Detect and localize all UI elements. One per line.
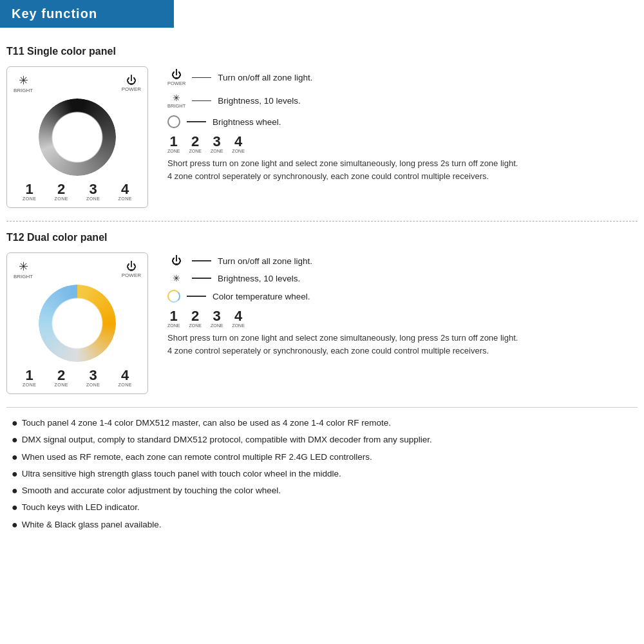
bullet-list: ● Touch panel 4 zone 1-4 color DMX512 ma…	[12, 417, 632, 531]
bullet-text-3: When used as RF remote, each zone can re…	[22, 451, 372, 464]
t12-feat-wheel-icon	[167, 290, 180, 303]
t12-device-box: ✳ BRIGHT ⏻ POWER 1 ZONE 2 ZONE	[6, 252, 148, 394]
t11-bright-text: Brightness, 10 levels.	[218, 96, 300, 106]
t11-bright-icon-col: ✳ BRIGHT	[14, 73, 33, 93]
t11-feature-wheel: Brightness wheel.	[167, 115, 638, 128]
t11-zone-2[interactable]: 2 ZONE	[55, 182, 68, 201]
t11-zone-4[interactable]: 4 ZONE	[118, 182, 132, 201]
t12-feat-bright-icon: ✳	[167, 273, 185, 283]
bullet-dot-7: ●	[12, 518, 18, 531]
t11-feat-power-label: POWER	[167, 80, 185, 86]
t12-wheel	[39, 285, 116, 362]
t11-feat-bright-icon: ✳	[167, 93, 185, 103]
t11-device-box: ✳ BRIGHT ⏻ POWER 1 ZONE 2 ZONE	[6, 66, 148, 208]
t11-power-label: POWER	[122, 86, 141, 92]
t12-feat-zone-1: 1 ZONE	[167, 309, 180, 328]
header-bar: Key function	[0, 0, 644, 39]
bullet-dot-1: ●	[12, 417, 18, 429]
t12-feat-zone-3: 3 ZONE	[211, 309, 223, 328]
t11-feature-bright: ✳ BRIGHT Brightness, 10 levels.	[167, 93, 638, 109]
bullet-item-7: ● White & Black glass panel available.	[12, 518, 632, 531]
t11-feat-bright-label: BRIGHT	[167, 103, 185, 109]
bullet-item-2: ● DMX signal output, comply to standard …	[12, 433, 632, 446]
t12-power-icon: ⏻	[126, 261, 137, 272]
t12-feature-bright: ✳ Brightness, 10 levels.	[167, 273, 638, 283]
t12-feature-list: ⏻ Turn on/off all zone light. ✳ Brightne…	[167, 252, 638, 357]
t12-feat-zone-2: 2 ZONE	[189, 309, 201, 328]
t12-bright-label: BRIGHT	[14, 274, 33, 279]
t11-feat-zone-2: 2 ZONE	[189, 135, 201, 153]
t12-top-icons: ✳ BRIGHT ⏻ POWER	[14, 260, 141, 279]
bullet-text-2: DMX signal output, comply to standard DM…	[22, 433, 432, 446]
bullet-item-4: ● Ultra sensitive high strength glass to…	[12, 468, 632, 480]
t12-zone-2[interactable]: 2 ZONE	[55, 368, 68, 387]
t12-feature-wheel: Color temperature wheel.	[167, 290, 638, 303]
solid-divider-1	[6, 407, 638, 408]
t11-power-line	[192, 77, 211, 79]
t11-feature-list: ⏻ POWER Turn on/off all zone light. ✳ BR…	[167, 66, 638, 182]
t11-section: T11 Single color panel ✳ BRIGHT ⏻ POWER …	[0, 46, 644, 208]
t11-wheel	[39, 99, 116, 176]
t11-feat-zone-1: 1 ZONE	[167, 135, 180, 153]
t11-power-icon-col: ⏻ POWER	[122, 75, 141, 92]
t11-zone-row: 1 ZONE 2 ZONE 3 ZONE 4 ZONE	[14, 182, 141, 201]
t11-desc: Short press turn on zone light and selec…	[167, 157, 638, 182]
bullet-item-6: ● Touch keys with LED indicator.	[12, 501, 632, 514]
t12-wheel-text: Color temperature wheel.	[213, 292, 310, 301]
t12-zone-list-row: 1 ZONE 2 ZONE 3 ZONE 4 ZONE	[167, 309, 638, 328]
t11-feature-power: ⏻ POWER Turn on/off all zone light.	[167, 69, 638, 86]
bullet-text-7: White & Black glass panel available.	[22, 518, 162, 531]
t12-section: T12 Dual color panel ✳ BRIGHT ⏻ POWER 1	[0, 232, 644, 394]
t11-top-icons: ✳ BRIGHT ⏻ POWER	[14, 73, 141, 93]
t11-feat-bright-icon-col: ✳ BRIGHT	[167, 93, 185, 109]
bullet-text-6: Touch keys with LED indicator.	[22, 501, 140, 514]
bullet-text-4: Ultra sensitive high strength glass touc…	[22, 468, 341, 480]
t12-zone-row: 1 ZONE 2 ZONE 3 ZONE 4 ZONE	[14, 368, 141, 387]
t12-feat-power-icon: ⏻	[167, 255, 185, 267]
t12-zone-1[interactable]: 1 ZONE	[23, 368, 36, 387]
bullet-text-5: Smooth and accurate color adjustment by …	[22, 484, 281, 497]
t11-zone-3[interactable]: 3 ZONE	[86, 182, 100, 201]
bullet-dot-4: ●	[12, 468, 18, 480]
t12-power-text: Turn on/off all zone light.	[218, 256, 312, 266]
t11-feat-zone-3: 3 ZONE	[211, 135, 223, 153]
t11-power-icon: ⏻	[126, 75, 137, 86]
t11-feat-zone-4: 4 ZONE	[232, 135, 244, 153]
bullet-dot-6: ●	[12, 501, 18, 513]
bullet-text-1: Touch panel 4 zone 1-4 color DMX512 mast…	[22, 417, 391, 430]
t11-panel-row: ✳ BRIGHT ⏻ POWER 1 ZONE 2 ZONE	[6, 66, 638, 208]
t12-feat-zone-4: 4 ZONE	[232, 309, 244, 328]
t12-panel-row: ✳ BRIGHT ⏻ POWER 1 ZONE 2 ZONE	[6, 252, 638, 394]
t12-bright-icon-col: ✳ BRIGHT	[14, 260, 33, 279]
bullet-item-5: ● Smooth and accurate color adjustment b…	[12, 484, 632, 497]
t11-wheel-text: Brightness wheel.	[213, 117, 281, 127]
bullet-item-3: ● When used as RF remote, each zone can …	[12, 451, 632, 464]
t12-power-label: POWER	[122, 272, 141, 278]
t11-feat-power-icon-col: ⏻ POWER	[167, 69, 185, 86]
bullet-item-1: ● Touch panel 4 zone 1-4 color DMX512 ma…	[12, 417, 632, 430]
t12-bright-text: Brightness, 10 levels.	[218, 274, 300, 283]
t11-power-text: Turn on/off all zone light.	[218, 73, 312, 82]
t12-power-icon-col: ⏻ POWER	[122, 261, 141, 278]
t12-wheel-line	[187, 296, 206, 297]
bullet-dot-5: ●	[12, 484, 18, 497]
t11-bright-label: BRIGHT	[14, 88, 33, 93]
t12-zone-3[interactable]: 3 ZONE	[86, 368, 100, 387]
t11-feat-wheel-icon	[167, 115, 180, 128]
t12-zone-4[interactable]: 4 ZONE	[118, 368, 132, 387]
t11-wheel-line	[187, 121, 206, 122]
t12-wheel-container	[14, 285, 141, 362]
t11-zone-1[interactable]: 1 ZONE	[23, 182, 36, 201]
t12-feature-power: ⏻ Turn on/off all zone light.	[167, 255, 638, 267]
t11-wheel-container	[14, 99, 141, 176]
t12-bright-icon: ✳	[19, 260, 28, 274]
t12-bright-line	[192, 278, 211, 279]
t12-power-line	[192, 260, 211, 261]
t11-bright-icon: ✳	[19, 73, 28, 88]
page-title: Key function	[0, 0, 174, 28]
t11-title: T11 Single color panel	[6, 46, 644, 57]
dashed-divider-1	[6, 221, 638, 222]
t11-bright-line	[192, 100, 211, 102]
t12-desc: Short press turn on zone light and selec…	[167, 332, 638, 357]
bullet-dot-3: ●	[12, 451, 18, 463]
